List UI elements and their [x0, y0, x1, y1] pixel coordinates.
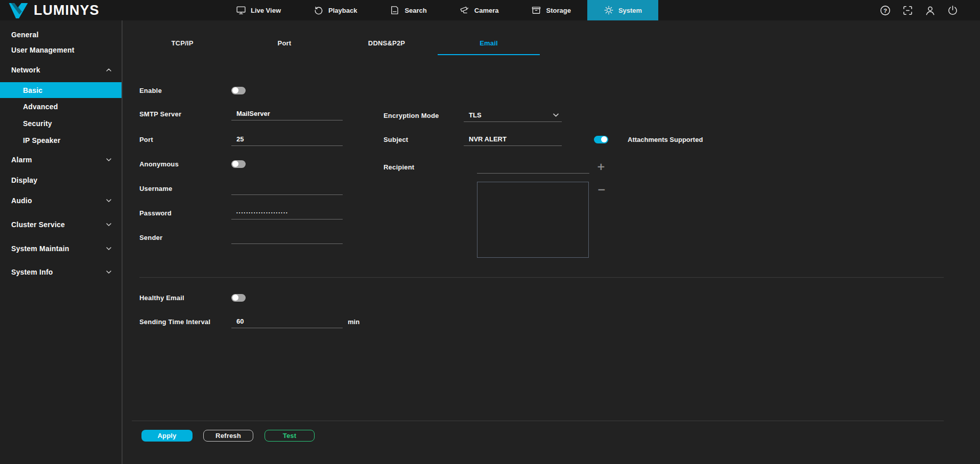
power-button[interactable] — [946, 4, 959, 16]
refresh-button[interactable]: Refresh — [203, 430, 253, 442]
add-recipient-button[interactable]: + — [595, 161, 607, 172]
tab-label: Email — [480, 39, 498, 47]
fullscreen-button[interactable] — [901, 4, 914, 16]
tab-email[interactable]: Email — [438, 32, 540, 55]
tab-label: Port — [278, 39, 292, 47]
sidebar-item-audio[interactable]: Audio — [0, 193, 122, 208]
brand-logo-icon — [8, 2, 29, 19]
archive-box-icon — [531, 5, 541, 15]
sender-label: Sender — [139, 234, 231, 241]
sidebar-item-label: Display — [11, 176, 37, 184]
user-button[interactable] — [924, 4, 936, 16]
port-label: Port — [139, 136, 231, 143]
sidebar-item-label: Audio — [11, 197, 32, 205]
topbar-actions: ? — [879, 0, 959, 20]
help-button[interactable]: ? — [879, 4, 891, 16]
tab-port[interactable]: Port — [233, 32, 336, 55]
chevron-down-icon — [106, 199, 111, 202]
sidebar-item-network-security[interactable]: Security — [0, 116, 122, 131]
tab-ddns-p2p[interactable]: DDNS&P2P — [336, 32, 438, 55]
encryption-mode-value: TLS — [469, 111, 482, 119]
nav-item-search[interactable]: Search — [373, 0, 443, 20]
sidebar-item-network-ip-speaker[interactable]: IP Speaker — [0, 133, 122, 148]
sidebar-item-label: General — [11, 31, 39, 39]
attachments-toggle[interactable] — [594, 136, 608, 143]
smtp-server-input[interactable]: MailServer — [231, 107, 343, 120]
chevron-down-icon — [106, 158, 111, 161]
enable-label: Enable — [139, 87, 231, 94]
enable-toggle[interactable] — [231, 87, 246, 94]
sidebar-item-label: IP Speaker — [23, 136, 60, 144]
sidebar-item-network-basic[interactable]: Basic — [0, 82, 122, 98]
sending-interval-input[interactable]: 60 — [231, 315, 343, 328]
anonymous-row: Anonymous — [139, 157, 246, 170]
password-input[interactable]: ••••••••••••••••••••• — [231, 206, 343, 219]
smtp-server-row: SMTP Server MailServer — [139, 107, 343, 120]
nav-item-system[interactable]: System — [587, 0, 658, 20]
remove-recipient-button[interactable]: − — [596, 184, 607, 195]
sidebar-item-label: Advanced — [23, 103, 58, 111]
sidebar-item-label: Basic — [23, 86, 42, 94]
document-icon — [390, 5, 400, 15]
footer-divider — [132, 421, 944, 421]
enable-row: Enable — [139, 84, 246, 97]
tab-tcpip[interactable]: TCP/IP — [131, 32, 233, 55]
nav-label: Live View — [251, 7, 281, 14]
attachments-supported-label: Attachments Supported — [628, 136, 703, 143]
port-input[interactable]: 25 — [231, 133, 343, 146]
tab-label: TCP/IP — [171, 39, 193, 47]
healthy-email-toggle[interactable] — [231, 294, 246, 302]
apply-button[interactable]: Apply — [141, 430, 193, 442]
sidebar-item-display[interactable]: Display — [0, 173, 122, 188]
nav-label: Camera — [474, 7, 499, 14]
recipient-label: Recipient — [384, 163, 464, 171]
replay-arrow-icon — [314, 5, 324, 15]
subject-label: Subject — [384, 136, 464, 143]
sidebar-item-general[interactable]: General — [0, 27, 122, 42]
section-divider — [139, 277, 944, 278]
sidebar-item-alarm[interactable]: Alarm — [0, 152, 122, 167]
chevron-down-icon — [553, 113, 559, 117]
subject-input[interactable]: NVR ALERT — [464, 133, 562, 146]
sidebar-item-label: System Maintain — [11, 245, 69, 253]
gear-icon — [604, 5, 614, 15]
sidebar: General User Management Network Basic Ad… — [0, 20, 123, 464]
content-panel: TCP/IP Port DDNS&P2P Email Enable SMTP S… — [123, 20, 980, 464]
sender-input[interactable] — [231, 231, 343, 244]
anonymous-label: Anonymous — [139, 160, 231, 168]
sidebar-item-label: Network — [11, 66, 40, 74]
nav-label: System — [618, 7, 642, 14]
sender-row: Sender — [139, 231, 343, 244]
anonymous-toggle[interactable] — [231, 160, 246, 168]
nav-item-storage[interactable]: Storage — [515, 0, 587, 20]
recipient-list[interactable] — [477, 182, 589, 258]
chevron-down-icon — [106, 223, 111, 226]
sidebar-item-user-management[interactable]: User Management — [0, 42, 122, 58]
nav-label: Playback — [328, 7, 357, 14]
scan-icon — [902, 5, 914, 16]
brand-logo: LUMINYS — [0, 2, 100, 19]
sidebar-item-network-advanced[interactable]: Advanced — [0, 99, 122, 114]
subject-row: Subject NVR ALERT Attachments Supported — [384, 133, 703, 146]
username-input[interactable] — [231, 182, 343, 195]
recipient-input[interactable] — [477, 160, 589, 174]
sidebar-item-system-maintain[interactable]: System Maintain — [0, 241, 122, 256]
nav-item-camera[interactable]: Camera — [443, 0, 515, 20]
test-button[interactable]: Test — [265, 430, 315, 442]
nav-item-live-view[interactable]: Live View — [220, 0, 297, 20]
user-icon — [924, 5, 936, 16]
password-row: Password ••••••••••••••••••••• — [139, 206, 343, 219]
recipient-row: Recipient — [384, 160, 589, 174]
encryption-mode-select[interactable]: TLS — [464, 109, 562, 122]
username-row: Username — [139, 182, 343, 195]
sidebar-item-network[interactable]: Network — [0, 62, 122, 78]
sending-interval-label: Sending Time Interval — [139, 318, 231, 326]
nav-label: Storage — [546, 7, 570, 14]
smtp-server-label: SMTP Server — [139, 110, 231, 118]
sidebar-item-cluster-service[interactable]: Cluster Service — [0, 217, 122, 232]
nav-item-playback[interactable]: Playback — [297, 0, 373, 20]
healthy-email-label: Healthy Email — [139, 294, 231, 302]
sidebar-item-system-info[interactable]: System Info — [0, 264, 122, 280]
power-icon — [947, 5, 959, 16]
username-label: Username — [139, 185, 231, 192]
